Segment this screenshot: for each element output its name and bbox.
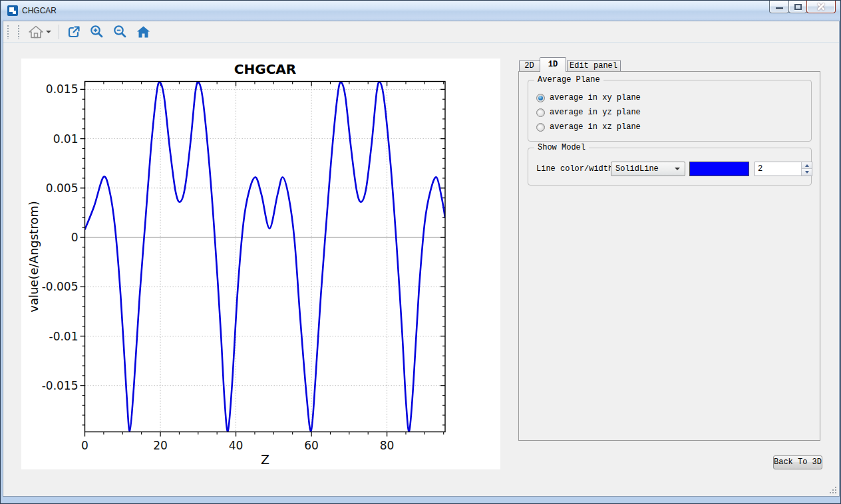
close-icon [817,3,826,11]
panel-1d: Average Plane average in xy plane averag… [518,71,820,441]
home-icon [136,25,151,39]
spin-down-button[interactable] [801,169,812,176]
zoom-in-icon [89,24,104,39]
line-width-input[interactable] [758,164,798,174]
export-button[interactable] [65,23,83,41]
line-color-width-label: Line color/width [536,164,613,174]
radio-xy-label: average in xy plane [550,93,641,102]
radio-yz-plane[interactable]: average in yz plane [536,107,641,118]
data-curve [85,82,446,432]
show-model-group: Show Model Line color/width SolidLine [528,148,812,186]
client-area: 0204060800.0150.010.0050-0.005-0.01-0.01… [3,21,840,497]
chevron-down-icon [46,31,51,36]
back-to-3d-button[interactable]: Back To 3D [773,455,822,469]
y-tick-label: -0.015 [42,379,79,392]
radio-yz-label: average in yz plane [550,108,641,117]
chevron-down-icon [675,168,680,173]
line-width-spinbox [755,162,812,176]
line-color-button[interactable] [689,162,749,176]
radio-xy-plane[interactable]: average in xy plane [536,92,641,103]
maximize-icon [794,4,802,10]
line-style-value: SolidLine [615,164,659,174]
show-model-legend: Show Model [534,143,589,152]
radio-icon[interactable] [536,108,545,117]
line-style-combobox[interactable]: SolidLine [611,162,685,176]
x-tick-label: 60 [304,439,319,452]
x-tick-label: 0 [81,439,88,452]
maximize-button[interactable] [788,1,807,13]
x-tick-label: 20 [153,439,168,452]
arrow-down-icon [805,171,809,176]
toolbar [3,21,839,43]
axes-spines [85,82,446,432]
title-bar[interactable]: CHGCAR [1,1,840,21]
arrow-up-icon [805,162,809,167]
nav-home-dropdown-button[interactable] [26,23,53,41]
plot-ylabel: value(e/Angstrom) [27,201,41,312]
spin-up-button[interactable] [801,162,812,169]
y-tick-label: -0.005 [42,280,79,293]
tab-edit-panel[interactable]: Edit panel [567,60,621,72]
radio-xz-label: average in xz plane [550,122,641,132]
app-window: CHGCAR [0,0,841,504]
radio-icon[interactable] [536,123,545,132]
y-tick-label: 0 [71,231,79,244]
plot-title: CHGCAR [85,61,445,77]
plot-figure[interactable]: 0204060800.0150.010.0050-0.005-0.01-0.01… [21,59,500,469]
zoom-out-icon [112,24,128,39]
y-tick-label: 0.005 [46,182,79,195]
home-outline-icon [28,25,44,39]
y-tick-label: 0.015 [46,82,79,96]
y-tick-label: 0.01 [53,132,79,146]
window-title: CHGCAR [22,6,57,15]
average-plane-legend: Average Plane [534,75,603,84]
plot-xlabel: Z [85,452,445,467]
radio-selected-icon[interactable] [536,94,545,102]
tab-1d[interactable]: 1D [540,57,566,72]
toolbar-grip[interactable] [17,25,20,39]
average-plane-group: Average Plane average in xy plane averag… [528,80,812,142]
x-tick-label: 80 [380,439,395,452]
zoom-in-button[interactable] [87,23,106,41]
x-tick-label: 40 [229,439,244,452]
close-button[interactable] [806,1,836,13]
app-logo-icon [7,5,18,16]
home-button[interactable] [134,23,153,41]
y-tick-label: -0.01 [49,330,79,343]
minimize-button[interactable] [769,1,789,13]
zoom-out-button[interactable] [110,23,130,41]
toolbar-separator [59,25,59,39]
plot-canvas[interactable]: 0204060800.0150.010.0050-0.005-0.01-0.01… [21,59,500,469]
export-icon [67,25,81,39]
radio-xz-plane[interactable]: average in xz plane [536,122,641,132]
minimize-icon [776,7,783,9]
tab-2d[interactable]: 2D [519,60,540,72]
resize-grip[interactable] [828,487,836,495]
toolbar-grip[interactable] [7,25,9,39]
